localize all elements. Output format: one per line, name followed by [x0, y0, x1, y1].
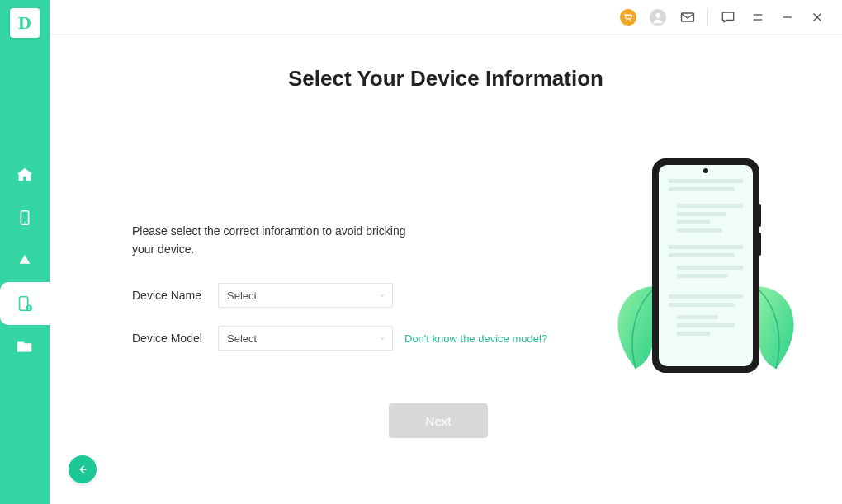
next-button-label: Next — [426, 414, 452, 428]
svg-rect-27 — [677, 220, 710, 224]
device-form: Please select the correct inforamtion to… — [132, 223, 561, 369]
minimize-icon — [780, 10, 795, 25]
svg-point-1 — [24, 222, 26, 224]
sidebar-nav — [0, 153, 50, 368]
svg-point-8 — [626, 20, 627, 21]
phone-icon — [16, 209, 34, 227]
minimize-button[interactable] — [778, 7, 797, 27]
chevron-down-icon — [379, 292, 386, 299]
device-name-row: Device Name Select — [132, 283, 561, 308]
mail-button[interactable] — [678, 7, 698, 27]
folder-icon — [16, 337, 34, 356]
cart-icon — [619, 8, 637, 26]
svg-rect-12 — [682, 13, 694, 21]
svg-rect-30 — [669, 253, 735, 257]
svg-rect-37 — [677, 332, 710, 336]
svg-rect-19 — [659, 165, 753, 366]
sidebar-item-folder[interactable] — [0, 325, 50, 368]
cart-button[interactable] — [618, 7, 638, 27]
home-icon — [16, 166, 34, 184]
device-model-value: Select — [227, 332, 257, 345]
sidebar: D — [0, 0, 50, 504]
device-illustration — [611, 154, 801, 385]
model-help-link[interactable]: Don't know the device model? — [404, 332, 547, 345]
menu-icon — [750, 10, 765, 25]
titlebar — [50, 0, 842, 35]
device-model-select[interactable]: Select — [218, 326, 393, 351]
svg-rect-31 — [677, 266, 743, 270]
mail-icon — [679, 9, 696, 26]
device-model-label: Device Model — [132, 332, 206, 345]
svg-rect-35 — [677, 315, 718, 319]
cloud-icon — [16, 252, 34, 270]
chevron-down-icon — [379, 335, 386, 341]
svg-rect-33 — [669, 294, 743, 299]
svg-rect-36 — [677, 323, 735, 327]
sidebar-item-phone[interactable] — [0, 196, 50, 239]
svg-rect-18 — [652, 158, 759, 373]
close-button[interactable] — [807, 7, 827, 27]
svg-rect-4 — [28, 306, 29, 309]
app-logo: D — [10, 8, 40, 38]
chat-icon — [720, 9, 736, 26]
next-button[interactable]: Next — [389, 403, 488, 438]
svg-point-11 — [655, 12, 660, 17]
svg-rect-26 — [677, 212, 726, 216]
page-title: Select Your Device Information — [50, 66, 842, 92]
sidebar-item-cloud[interactable] — [0, 239, 50, 282]
svg-rect-22 — [758, 233, 761, 256]
svg-rect-32 — [677, 274, 728, 278]
user-button[interactable] — [648, 7, 668, 27]
device-name-value: Select — [227, 290, 257, 302]
sidebar-item-home[interactable] — [0, 153, 50, 196]
feedback-button[interactable] — [718, 7, 738, 27]
svg-point-9 — [630, 20, 632, 21]
device-model-row: Device Model Select Don't know the devic… — [132, 326, 561, 351]
svg-rect-29 — [669, 245, 743, 249]
menu-button[interactable] — [748, 7, 768, 27]
device-name-label: Device Name — [132, 289, 206, 302]
close-icon — [810, 10, 825, 25]
phone-alert-icon — [16, 294, 34, 313]
form-hint: Please select the correct inforamtion to… — [132, 223, 413, 258]
app-logo-letter: D — [18, 12, 31, 34]
svg-rect-25 — [677, 204, 743, 208]
device-name-select[interactable]: Select — [218, 283, 393, 308]
svg-rect-24 — [669, 187, 735, 191]
sidebar-item-phone-alert[interactable] — [0, 282, 50, 325]
svg-point-20 — [703, 168, 708, 173]
svg-rect-34 — [669, 303, 735, 307]
titlebar-separator — [707, 9, 708, 26]
svg-point-7 — [620, 8, 636, 25]
main-content: Select Your Device Information Please se… — [50, 35, 842, 504]
user-icon — [649, 8, 667, 26]
svg-rect-28 — [677, 228, 722, 233]
svg-rect-21 — [758, 204, 761, 227]
svg-rect-23 — [669, 179, 743, 183]
svg-rect-5 — [28, 309, 29, 310]
